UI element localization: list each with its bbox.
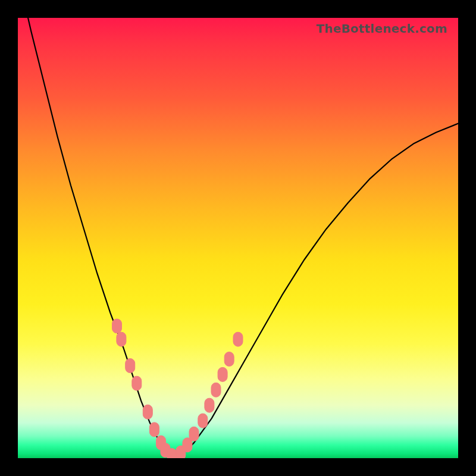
chart-frame: TheBottleneck.com [0,0,476,476]
curve-marker [198,414,208,428]
curve-marker [132,376,142,390]
curve-marker [224,352,234,367]
curve-marker [112,319,122,333]
curve-marker [189,427,199,441]
watermark-text: TheBottleneck.com [317,21,447,36]
chart-overlay [18,18,458,458]
left-branch-markers [112,319,177,458]
curve-marker [233,332,243,346]
curve-marker [117,332,126,346]
curve-marker [218,367,227,381]
right-branch-markers [176,332,243,458]
curve-marker [143,405,152,419]
curve-marker [211,383,221,397]
bottleneck-curve [18,18,458,456]
curve-marker [167,449,177,458]
curve-marker [205,398,214,412]
curve-marker [126,359,135,373]
curve-marker [149,422,159,437]
plot-area: TheBottleneck.com [18,18,458,458]
